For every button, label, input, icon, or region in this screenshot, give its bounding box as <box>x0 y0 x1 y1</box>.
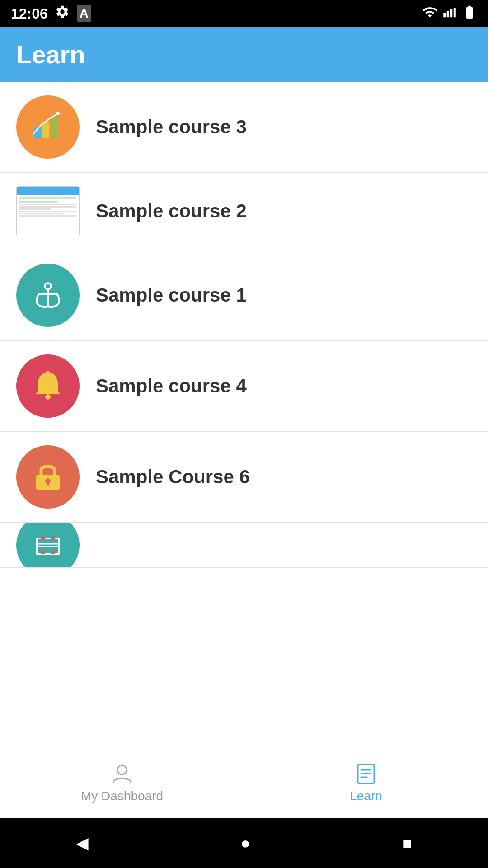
svg-rect-6 <box>51 117 57 138</box>
course-icon-chart <box>16 95 80 159</box>
svg-rect-5 <box>42 122 49 138</box>
svg-rect-1 <box>447 11 449 17</box>
list-item[interactable]: Sample Course 6 <box>0 432 488 523</box>
battery-icon <box>462 5 477 23</box>
course-icon-lock <box>16 445 80 509</box>
course-icon-screenshot <box>16 186 80 236</box>
bottom-nav: My Dashboard Learn <box>0 746 488 818</box>
page-title: Learn <box>16 40 85 69</box>
svg-rect-20 <box>51 551 55 554</box>
settings-icon <box>55 5 70 23</box>
course-list: Sample course 3 Sample course 2 <box>0 82 488 746</box>
course-icon-partial <box>16 523 80 568</box>
svg-rect-15 <box>47 481 49 486</box>
svg-point-12 <box>46 371 50 374</box>
nav-label-learn: Learn <box>350 789 382 803</box>
svg-rect-0 <box>443 13 446 17</box>
course-name: Sample course 4 <box>96 375 247 397</box>
svg-point-7 <box>56 112 60 115</box>
course-name: Sample Course 6 <box>96 466 250 488</box>
svg-point-11 <box>45 394 51 400</box>
nav-item-learn[interactable]: Learn <box>244 762 488 803</box>
svg-point-8 <box>45 283 51 289</box>
list-item[interactable] <box>0 523 488 568</box>
accessibility-icon: A <box>77 5 91 22</box>
app-header: Learn <box>0 27 488 82</box>
list-item[interactable]: Sample course 2 <box>0 173 488 250</box>
svg-rect-18 <box>51 536 55 540</box>
wifi-icon <box>422 5 437 23</box>
course-icon-bell <box>16 354 80 418</box>
status-bar-right <box>422 5 477 23</box>
time-display: 12:06 <box>11 5 48 22</box>
signal-icon <box>443 5 456 22</box>
nav-label-dashboard: My Dashboard <box>81 789 163 803</box>
course-icon-anchor <box>16 264 80 327</box>
recent-button[interactable]: ■ <box>402 834 412 853</box>
nav-item-dashboard[interactable]: My Dashboard <box>0 762 244 803</box>
svg-point-23 <box>117 765 127 774</box>
dashboard-icon <box>110 762 134 785</box>
home-button[interactable]: ● <box>240 834 250 853</box>
learn-icon <box>354 762 378 785</box>
status-bar: 12:06 A <box>0 0 488 27</box>
course-name: Sample course 2 <box>96 200 247 222</box>
list-item[interactable]: Sample course 3 <box>0 82 488 173</box>
svg-rect-17 <box>41 536 45 540</box>
android-nav-bar: ◀ ● ■ <box>0 818 488 868</box>
list-item[interactable]: Sample course 4 <box>0 341 488 432</box>
course-name: Sample course 3 <box>96 116 247 138</box>
svg-rect-19 <box>41 551 45 554</box>
svg-rect-3 <box>454 8 456 17</box>
course-name: Sample course 1 <box>96 284 247 306</box>
svg-rect-2 <box>450 9 452 17</box>
list-item[interactable]: Sample course 1 <box>0 250 488 341</box>
status-bar-left: 12:06 A <box>11 5 91 23</box>
back-button[interactable]: ◀ <box>76 834 89 853</box>
